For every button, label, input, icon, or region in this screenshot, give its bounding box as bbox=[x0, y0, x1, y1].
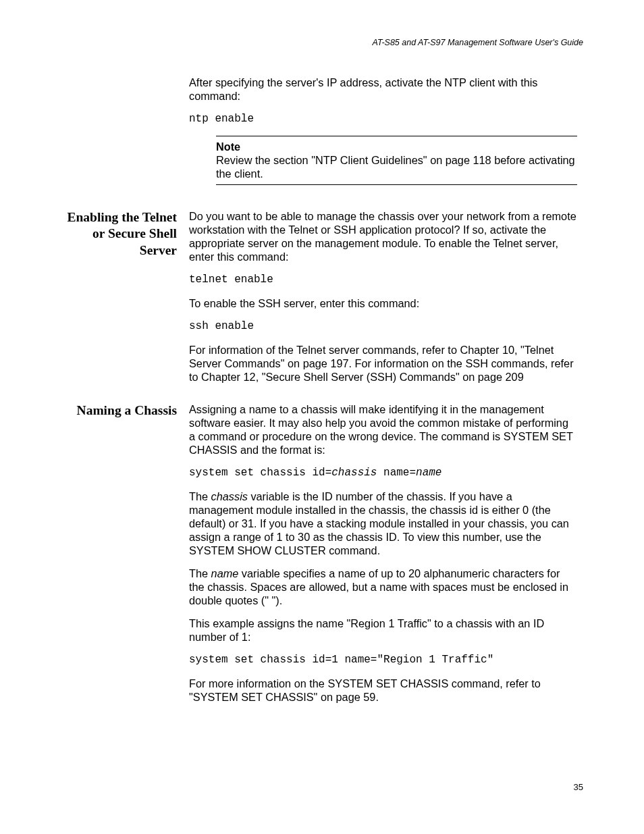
intro-command-ntp: ntp enable bbox=[189, 112, 577, 126]
note-box: Note Review the section "NTP Client Guid… bbox=[216, 136, 577, 185]
page-number: 35 bbox=[574, 782, 583, 792]
cmd-var-name: name bbox=[416, 467, 441, 479]
var-name: name bbox=[211, 567, 239, 579]
text-part: The bbox=[189, 490, 211, 502]
cmd-part: name= bbox=[377, 467, 416, 479]
section2-p1: Assigning a name to a chassis will make … bbox=[189, 402, 577, 457]
section2-p2: The chassis variable is the ID number of… bbox=[189, 490, 577, 557]
section1-cmd-ssh: ssh enable bbox=[189, 319, 577, 334]
section1-p1: Do you want to be able to manage the cha… bbox=[189, 209, 577, 263]
section1-p2: To enable the SSH server, enter this com… bbox=[189, 296, 577, 310]
section2-p5: For more information on the SYSTEM SET C… bbox=[189, 677, 577, 704]
section1-p3: For information of the Telnet server com… bbox=[189, 343, 577, 384]
note-text: Review the section "NTP Client Guideline… bbox=[216, 153, 577, 180]
text-part: The bbox=[189, 567, 211, 579]
cmd-var-chassis: chassis bbox=[331, 467, 377, 479]
note-label: Note bbox=[216, 140, 577, 153]
page-content: After specifying the server's IP address… bbox=[61, 76, 583, 713]
var-chassis: chassis bbox=[211, 490, 248, 502]
section2-p3: The name variable specifies a name of up… bbox=[189, 567, 577, 607]
header-guide-title: AT-S85 and AT-S97 Management Software Us… bbox=[372, 38, 583, 47]
section2-cmd-example: system set chassis id=1 name="Region 1 T… bbox=[189, 653, 577, 667]
section1-cmd-telnet: telnet enable bbox=[189, 273, 577, 287]
intro-paragraph: After specifying the server's IP address… bbox=[189, 76, 577, 103]
section-heading-telnet-ssh: Enabling the Telnet or Secure Shell Serv… bbox=[61, 209, 177, 259]
section2-cmd-format: system set chassis id=chassis name=name bbox=[189, 466, 577, 480]
text-part: variable specifies a name of up to 20 al… bbox=[189, 567, 568, 606]
cmd-part: system set chassis id= bbox=[189, 467, 331, 479]
section2-p4: This example assigns the name "Region 1 … bbox=[189, 617, 577, 644]
section-heading-naming-chassis: Naming a Chassis bbox=[61, 402, 177, 419]
